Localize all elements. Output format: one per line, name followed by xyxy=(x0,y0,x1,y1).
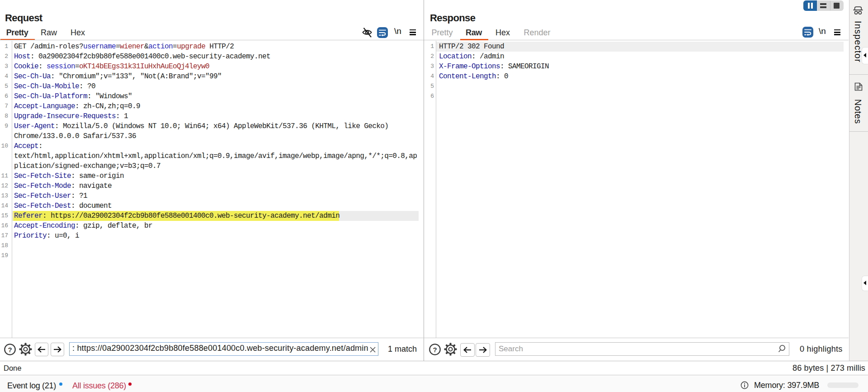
svg-text:?: ? xyxy=(8,346,12,354)
svg-text:?: ? xyxy=(433,346,437,354)
